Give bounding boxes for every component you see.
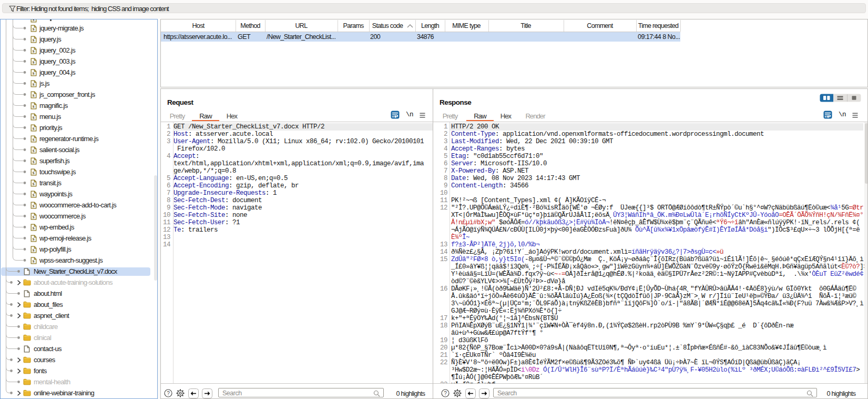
svg-text:s: s xyxy=(32,192,34,197)
svg-text:s: s xyxy=(32,81,34,86)
svg-text:s: s xyxy=(32,169,34,175)
svg-text:s: s xyxy=(32,147,34,153)
svg-text:s: s xyxy=(32,92,34,97)
svg-text:s: s xyxy=(32,158,34,164)
svg-text:s: s xyxy=(32,114,34,119)
svg-text:s: s xyxy=(32,125,34,131)
svg-text:s: s xyxy=(32,37,34,42)
svg-text:s: s xyxy=(32,214,34,219)
svg-text:s: s xyxy=(32,59,34,64)
svg-text:s: s xyxy=(32,136,34,142)
svg-text:s: s xyxy=(32,203,34,208)
svg-text:s: s xyxy=(32,258,34,263)
svg-text:?: ? xyxy=(444,391,447,396)
svg-text:s: s xyxy=(32,26,34,31)
svg-text:s: s xyxy=(32,181,34,186)
svg-text:s: s xyxy=(32,48,34,53)
svg-text:?: ? xyxy=(167,391,170,396)
svg-text:s: s xyxy=(32,103,34,108)
svg-text:s: s xyxy=(32,19,34,22)
svg-text:s: s xyxy=(32,247,34,252)
svg-text:s: s xyxy=(32,236,34,241)
svg-text:s: s xyxy=(32,225,34,230)
svg-text:s: s xyxy=(32,70,34,75)
